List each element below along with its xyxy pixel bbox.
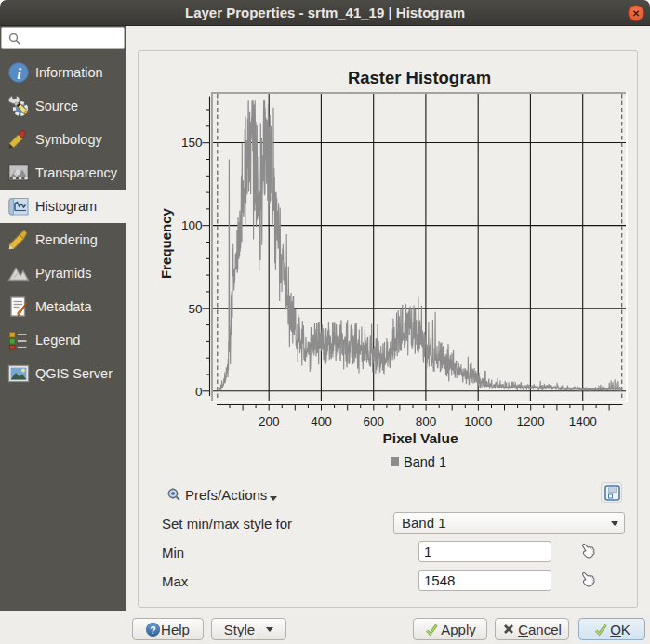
svg-text:1400: 1400: [569, 414, 597, 428]
svg-text:i: i: [17, 65, 21, 83]
svg-text:1000: 1000: [464, 414, 492, 428]
svg-text:50: 50: [188, 302, 202, 316]
svg-text:Raster Histogram: Raster Histogram: [348, 68, 491, 87]
svg-text:Band 1: Band 1: [404, 454, 446, 469]
svg-text:150: 150: [181, 136, 203, 150]
svg-text:0: 0: [195, 385, 203, 399]
svg-text:Frequency: Frequency: [158, 207, 174, 279]
svg-text:400: 400: [311, 414, 332, 428]
svg-text:1200: 1200: [516, 414, 544, 428]
svg-text:Pixel Value: Pixel Value: [383, 430, 458, 446]
svg-text:800: 800: [416, 414, 437, 428]
svg-text:200: 200: [259, 414, 280, 428]
svg-text:100: 100: [181, 218, 203, 232]
svg-text:?: ?: [150, 624, 155, 635]
svg-text:600: 600: [363, 414, 384, 428]
